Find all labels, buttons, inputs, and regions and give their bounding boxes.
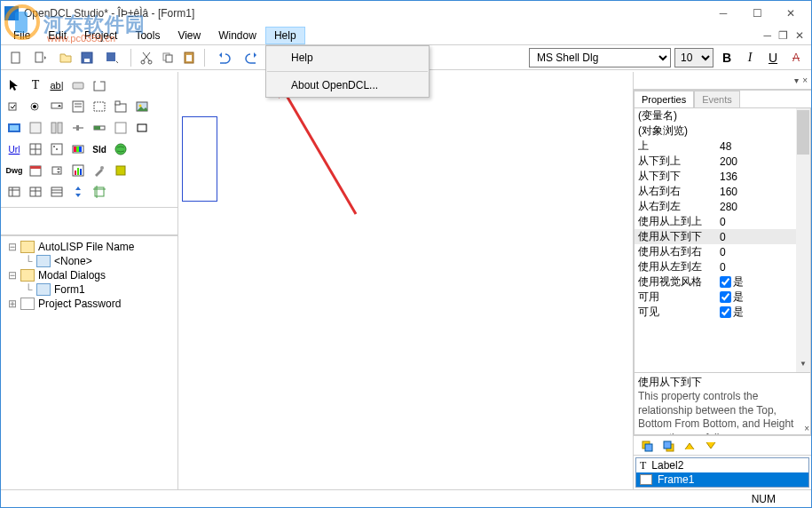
globe-tool[interactable] <box>111 139 130 159</box>
rect-tool[interactable] <box>132 118 152 138</box>
groupbox-tool[interactable] <box>90 75 109 95</box>
bold-button[interactable]: B <box>717 48 737 67</box>
menu-tools[interactable]: Tools <box>126 27 169 44</box>
tab-tool[interactable] <box>111 97 130 116</box>
bring-front-icon[interactable] <box>637 436 657 456</box>
color-tool[interactable] <box>68 139 88 159</box>
panel-close-icon[interactable]: × <box>802 75 808 85</box>
slide-tool[interactable]: Sld <box>90 139 109 159</box>
maximize-button[interactable]: ☐ <box>740 4 774 23</box>
button-tool[interactable] <box>68 75 88 95</box>
menu-window[interactable]: Window <box>209 27 265 44</box>
chart-tool[interactable] <box>68 161 88 180</box>
send-back-icon[interactable] <box>658 436 678 456</box>
visible-checkbox[interactable] <box>720 306 731 318</box>
container-tool[interactable] <box>111 118 130 138</box>
menu-project[interactable]: Project <box>75 27 126 44</box>
calendar-tool[interactable] <box>26 161 45 180</box>
zorder-frame1[interactable]: Frame1 <box>636 472 808 487</box>
mdi-minimize-icon[interactable]: ─ <box>763 29 771 42</box>
tree-tool[interactable] <box>47 139 67 159</box>
pin-icon[interactable]: ▾ <box>794 75 799 85</box>
svg-rect-0 <box>12 52 20 63</box>
dwg-tool[interactable]: Dwg <box>4 161 24 180</box>
radio-tool[interactable] <box>26 97 45 116</box>
toolbox-panel: T ab| <box>1 72 177 208</box>
menu-view[interactable]: View <box>169 27 209 44</box>
frame-control[interactable] <box>182 116 217 202</box>
frame-tool[interactable] <box>90 97 109 116</box>
tree-project-password[interactable]: ⊞Project Password <box>4 297 174 311</box>
copy-button[interactable] <box>158 48 177 67</box>
svg-rect-10 <box>186 55 192 61</box>
new-dropdown[interactable] <box>28 48 54 67</box>
tab-properties[interactable]: Properties <box>634 91 694 107</box>
image-tool[interactable] <box>132 97 152 116</box>
font-size-select[interactable]: 10 <box>674 48 713 67</box>
tab-events[interactable]: Events <box>694 91 740 107</box>
textbox-tool[interactable]: ab| <box>47 75 67 95</box>
spin-tool[interactable] <box>47 161 67 180</box>
menu-file[interactable]: File <box>4 27 39 44</box>
progress-tool[interactable] <box>90 118 109 138</box>
new-button[interactable] <box>6 48 26 67</box>
mdi-restore-icon[interactable]: ❐ <box>778 29 788 42</box>
link-tool[interactable]: Url <box>4 139 24 159</box>
redo-button[interactable] <box>239 48 265 67</box>
window-title: OpenDCL Studio* - ÎÞ±êÌâ - [Form1] <box>24 7 706 20</box>
font-family-select[interactable]: MS Shell Dlg <box>529 48 671 67</box>
panel-tool[interactable] <box>26 118 45 138</box>
table1-tool[interactable] <box>4 182 24 202</box>
strike-button[interactable]: A <box>786 48 806 67</box>
table2-tool[interactable] <box>26 182 45 202</box>
italic-button[interactable]: I <box>740 48 760 67</box>
properties-scrollbar[interactable]: ▲▼ <box>796 108 810 372</box>
checkbox-tool[interactable] <box>4 97 24 116</box>
save-button[interactable] <box>77 48 97 67</box>
zorder-label2[interactable]: TLabel2 <box>636 458 808 472</box>
svg-point-52 <box>115 144 126 155</box>
tree-autolisp-none[interactable]: └<None> <box>4 254 174 268</box>
titlebar: OpenDCL Studio* - ÎÞ±êÌâ - [Form1] ─ ☐ ✕ <box>1 1 811 26</box>
splitter-tool[interactable] <box>47 118 67 138</box>
pointer-tool[interactable] <box>4 75 24 95</box>
undo-button[interactable] <box>210 48 237 67</box>
svg-rect-28 <box>115 101 120 105</box>
mdi-close-icon[interactable]: ✕ <box>795 29 804 42</box>
open-button[interactable] <box>56 48 75 67</box>
form-design-surface[interactable] <box>182 75 439 342</box>
crop-tool[interactable] <box>90 182 109 202</box>
grid-tool[interactable] <box>26 139 45 159</box>
menu-edit[interactable]: Edit <box>39 27 75 44</box>
visual-style-checkbox[interactable] <box>720 276 731 288</box>
paste-button[interactable] <box>179 48 199 67</box>
save-dropdown[interactable] <box>99 48 125 67</box>
svg-point-21 <box>33 105 36 108</box>
svg-rect-49 <box>74 147 76 152</box>
move-down-icon[interactable] <box>701 436 721 456</box>
tools-tool[interactable] <box>90 161 109 180</box>
underline-button[interactable]: U <box>763 48 783 67</box>
svg-rect-3 <box>84 59 90 62</box>
menu-help[interactable]: Help <box>265 27 305 44</box>
list-tool[interactable] <box>68 97 88 116</box>
tree-form1[interactable]: └Form1 <box>4 282 174 297</box>
move-up-icon[interactable] <box>680 436 699 456</box>
block-tool[interactable] <box>111 161 130 180</box>
table3-tool[interactable] <box>47 182 67 202</box>
tree-autolisp[interactable]: ⊟AutoLISP File Name <box>4 240 174 254</box>
minimize-button[interactable]: ─ <box>706 4 740 23</box>
help-menu-help[interactable]: Help <box>266 46 429 69</box>
slider-tool[interactable] <box>68 118 88 138</box>
combo-tool[interactable] <box>47 97 67 116</box>
enabled-checkbox[interactable] <box>720 291 731 303</box>
label-tool[interactable]: T <box>26 75 45 95</box>
cut-button[interactable] <box>137 48 156 67</box>
zorder-list[interactable]: TLabel2 Frame1 <box>635 457 809 488</box>
close-button[interactable]: ✕ <box>774 4 808 23</box>
properties-grid[interactable]: (变量名) (对象浏览) 上48 从下到上200 从下到下136 从右到右160… <box>634 107 811 373</box>
tree-modal-dialogs[interactable]: ⊟Modal Dialogs <box>4 268 174 282</box>
updown-tool[interactable] <box>68 182 88 202</box>
picture-tool[interactable] <box>4 118 24 138</box>
help-menu-about[interactable]: About OpenDCL... <box>266 74 429 97</box>
